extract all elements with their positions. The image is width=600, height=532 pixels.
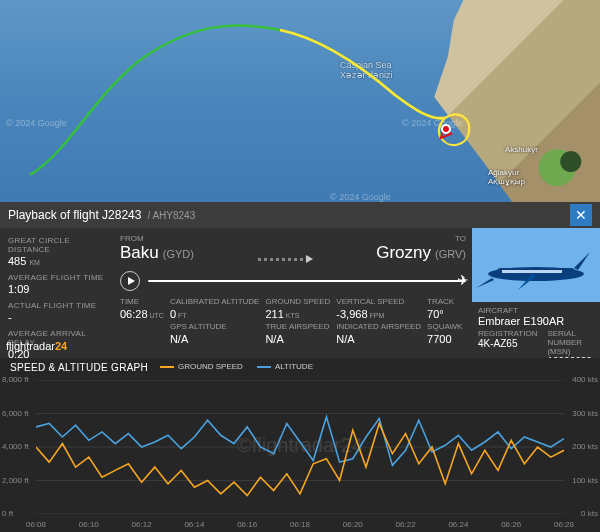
chart-title: SPEED & ALTITUDE GRAPH (10, 362, 148, 373)
time-value: 06:28 (120, 308, 148, 320)
y-left-tick: 8,000 ft (2, 375, 29, 384)
aft-value: 1:09 (8, 283, 110, 295)
from-code: (GYD) (163, 248, 194, 260)
speed-altitude-chart (36, 380, 564, 514)
tas-label: TRUE AIRSPEED (265, 322, 330, 331)
tas-value: N/A (265, 333, 330, 345)
close-button[interactable]: ✕ (570, 204, 592, 226)
to-code: (GRV) (435, 248, 466, 260)
ac-type-label: AIRCRAFT (478, 306, 594, 315)
gs-label: GROUND SPEED (265, 297, 330, 306)
flight-info-panel: GREAT CIRCLE DISTANCE 485 KM AVERAGE FLI… (0, 228, 600, 358)
gcd-label: GREAT CIRCLE DISTANCE (8, 236, 110, 254)
ac-reg-value: 4K-AZ65 (478, 338, 537, 349)
play-button[interactable] (120, 271, 140, 291)
galt-value: N/A (170, 333, 260, 345)
vs-label: VERTICAL SPEED (336, 297, 421, 306)
y-left-tick: 6,000 ft (2, 409, 29, 418)
ias-value: N/A (336, 333, 421, 345)
aircraft-info: AIRCRAFT Embraer E190AR REGISTRATION 4K-… (472, 302, 600, 358)
calt-value: 0 (170, 308, 176, 320)
gs-value: 211 (265, 308, 283, 320)
x-tick: 06:20 (343, 520, 363, 529)
vs-value: -3,968 (336, 308, 367, 320)
aft-label: AVERAGE FLIGHT TIME (8, 273, 110, 282)
svg-marker-2 (476, 278, 494, 288)
legend-alt: ALTITUDE (275, 362, 313, 371)
x-tick: 06:28 (554, 520, 574, 529)
y-left-tick: 2,000 ft (2, 476, 29, 485)
x-tick: 06:16 (237, 520, 257, 529)
y-right-tick: 200 kts (572, 442, 598, 451)
sq-value: 7700 (427, 333, 466, 345)
ac-msn-label: SERIAL NUMBER (MSN) (547, 329, 594, 356)
route-row: FROM Baku(GYD) TO Grozny(GRV) (120, 234, 466, 263)
gcd-unit: KM (29, 259, 40, 266)
time-label: TIME (120, 297, 164, 306)
playback-controls: ✈ (120, 271, 466, 291)
x-tick: 06:18 (290, 520, 310, 529)
trk-value: 70° (427, 308, 466, 320)
chart-legend: GROUND SPEED ALTITUDE (160, 362, 313, 371)
galt-label: GPS ALTITUDE (170, 322, 260, 331)
gcd-value: 485 (8, 255, 26, 267)
svg-rect-5 (502, 270, 562, 273)
trk-label: TRACK (427, 297, 466, 306)
calt-label: CALIBRATED ALTITUDE (170, 297, 260, 306)
to-city: Grozny (376, 243, 431, 262)
play-icon (128, 277, 135, 285)
ac-type-value: Embraer E190AR (478, 315, 594, 327)
y-right-tick: 400 kts (572, 375, 598, 384)
flight-stats: GREAT CIRCLE DISTANCE 485 KM AVERAGE FLI… (0, 228, 116, 358)
x-tick: 06:12 (132, 520, 152, 529)
x-tick: 06:24 (448, 520, 468, 529)
y-right-tick: 300 kts (572, 409, 598, 418)
x-tick: 06:26 (501, 520, 521, 529)
callsign-secondary: / AHY8243 (147, 210, 195, 221)
playback-title: Playback of flight J28243 (8, 208, 141, 222)
y-left-tick: 0 ft (2, 509, 13, 518)
telemetry-grid: TIME CALIBRATED ALTITUDE GROUND SPEED VE… (120, 297, 466, 345)
from-city: Baku (120, 243, 159, 262)
close-icon: ✕ (575, 207, 587, 223)
svg-marker-3 (574, 252, 590, 270)
y-right-tick: 0 kts (581, 509, 598, 518)
actual-ft-label: ACTUAL FLIGHT TIME (8, 301, 110, 310)
x-tick: 06:10 (79, 520, 99, 529)
speed-altitude-panel: SPEED & ALTITUDE GRAPH GROUND SPEED ALTI… (0, 358, 600, 532)
from-label: FROM (120, 234, 194, 243)
legend-gs: GROUND SPEED (178, 362, 243, 371)
sq-label: SQUAWK (427, 322, 466, 331)
route-and-telemetry: FROM Baku(GYD) TO Grozny(GRV) ✈ TIME CAL… (116, 228, 472, 358)
actual-ft-value: - (8, 311, 110, 323)
airplane-icon: ✈ (457, 272, 469, 288)
x-tick: 06:14 (184, 520, 204, 529)
brand-logo: flightradar24 (6, 340, 67, 352)
x-tick: 06:08 (26, 520, 46, 529)
flight-path (0, 0, 600, 202)
flight-track-map[interactable]: Caspian Sea Xəzər dənizi Akshukyr Ağlaky… (0, 0, 600, 202)
to-label: TO (376, 234, 466, 243)
route-arrow-icon (206, 255, 364, 263)
y-left-tick: 4,000 ft (2, 442, 29, 451)
playback-progress[interactable]: ✈ (148, 280, 466, 282)
ac-reg-label: REGISTRATION (478, 329, 537, 338)
y-right-tick: 100 kts (572, 476, 598, 485)
playback-titlebar: Playback of flight J28243 / AHY8243 ✕ (0, 202, 600, 228)
ias-label: INDICATED AIRSPEED (336, 322, 421, 331)
x-tick: 06:22 (396, 520, 416, 529)
aircraft-marker (441, 124, 451, 134)
